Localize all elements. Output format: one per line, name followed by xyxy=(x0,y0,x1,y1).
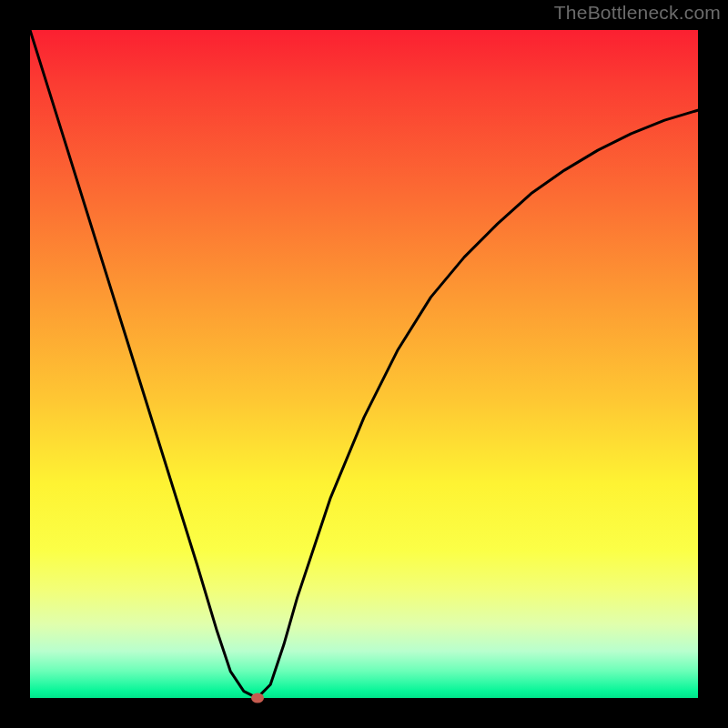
plot-area xyxy=(30,30,698,698)
bottleneck-curve xyxy=(30,30,698,698)
curve-svg xyxy=(30,30,698,698)
chart-frame: TheBottleneck.com xyxy=(0,0,728,728)
watermark-text: TheBottleneck.com xyxy=(554,2,721,24)
minimum-marker xyxy=(251,693,264,703)
